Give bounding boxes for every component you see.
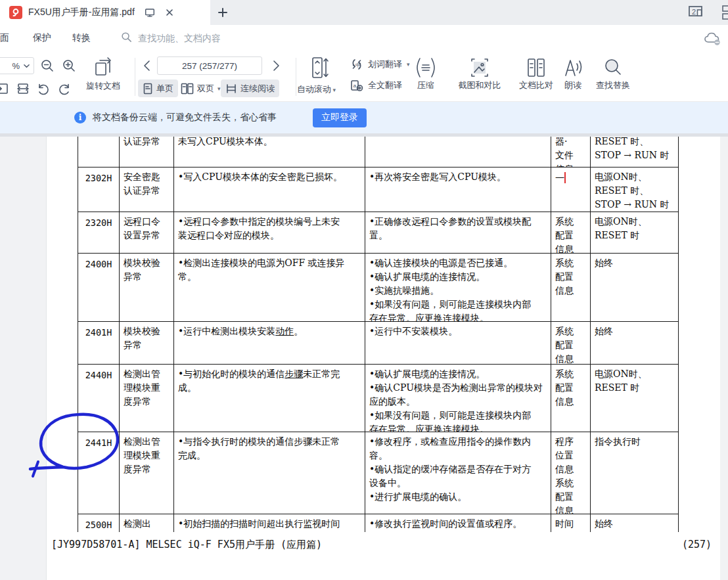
table-cell-cause: •检测出连接模块的电源为OFF 或连接异常。: [174, 254, 365, 321]
banner-message: 将文档备份云端，可避免文件丢失，省心省事: [93, 112, 277, 123]
zoom-in-button[interactable]: [61, 58, 77, 76]
table-cell-timing: 电源ON时、RESET 时、STOP → RUN 时: [591, 167, 679, 212]
find-replace-icon: [601, 56, 626, 79]
compress-button[interactable]: 压缩: [407, 56, 444, 91]
menu-convert[interactable]: 转换: [72, 32, 91, 44]
table-cell-info: 系统配置信息: [551, 365, 591, 432]
continuous-read-button[interactable]: 连续阅读: [221, 79, 279, 97]
table-cell-code: 2401H: [78, 322, 120, 364]
present-screen-icon[interactable]: [144, 7, 156, 18]
chevron-down-icon: ▾: [217, 85, 221, 92]
table-cell-info: 系统配置信息: [551, 322, 591, 364]
table-cell-name: 安全密匙认证异常: [120, 167, 174, 212]
table-cell-timing: RESET 时、STOP → RUN 时: [591, 137, 679, 167]
pdf-page: 认证异常未写入CPU模块本体。器·文件信息RESET 时、STOP → RUN …: [46, 137, 720, 580]
continuous-read-icon: [225, 83, 237, 95]
document-tab[interactable]: FX5U用户手册-应用篇.pdf: [0, 0, 210, 25]
full-translate-button[interactable]: a 全文翻译: [350, 79, 402, 92]
table-cell-cause: •远程口令参数中指定的模块编号上未安装远程口令对应的模块。: [174, 212, 365, 253]
login-now-button[interactable]: 立即登录: [313, 108, 367, 127]
tab-list-icon[interactable]: [720, 4, 728, 21]
cloud-backup-banner: i 将文档备份云端，可避免文件丢失，省心省事 立即登录: [0, 102, 728, 133]
toolbar: % 旋转文档 257 (257/277) 单页 双页 ▾: [0, 53, 728, 102]
rotate-right-icon[interactable]: [57, 82, 72, 99]
table-cell-timing: 电源ON时、RESET 时: [591, 212, 679, 253]
table-cell-action: •运行中不安装模块。: [365, 322, 551, 364]
table-cell-code: 2441H: [78, 432, 120, 514]
single-page-mode-button[interactable]: 单页: [138, 79, 178, 97]
fit-width-button[interactable]: [16, 81, 30, 99]
find-replace-button[interactable]: 查找替换: [591, 56, 635, 91]
previous-page-button[interactable]: [142, 60, 152, 74]
table-cell-code: 2500H: [78, 514, 120, 532]
cloud-offline-icon[interactable]: [703, 30, 723, 50]
double-page-icon: [181, 83, 194, 95]
error-code-table: 认证异常未写入CPU模块本体。器·文件信息RESET 时、STOP → RUN …: [78, 137, 679, 532]
table-cell-action: •确认连接模块的电源是否已接通。•确认扩展电缆的连接情况。•实施抗噪措施。•如果…: [365, 254, 551, 321]
table-cell-name: 检测出管理模块重度异常: [120, 365, 174, 432]
table-cell-name: 检测出: [120, 514, 174, 532]
table-cell-info: 器·文件信息: [551, 137, 591, 167]
table-cell-code: 2302H: [78, 167, 120, 212]
table-cell-name: 检测出管理模块重度异常: [120, 432, 174, 514]
zoom-percent-suffix: %: [12, 61, 20, 71]
menu-page[interactable]: 面: [0, 32, 9, 44]
doc-compare-icon: [524, 56, 549, 79]
page-number-input[interactable]: 257 (257/277): [157, 56, 262, 75]
zoom-level-select[interactable]: %: [0, 57, 34, 74]
window-count-icon[interactable]: 2: [687, 3, 706, 22]
menu-protect[interactable]: 保护: [33, 32, 51, 44]
double-page-mode-button[interactable]: 双页 ▾: [176, 79, 225, 97]
tab-bar: FX5U用户手册-应用篇.pdf 2: [0, 0, 728, 25]
auto-scroll-button[interactable]: 自动滚动 ▾: [297, 83, 336, 95]
table-cell-name: 模块校验异常: [120, 254, 174, 321]
info-icon: i: [74, 112, 86, 123]
global-search[interactable]: 查找功能、文档内容: [120, 31, 221, 46]
word-translate-button[interactable]: 中 划词翻译 ▾: [350, 58, 410, 71]
pdf-file-icon: [9, 6, 22, 19]
document-viewport[interactable]: 认证异常未写入CPU模块本体。器·文件信息RESET 时、STOP → RUN …: [0, 133, 728, 580]
svg-text:a: a: [353, 83, 357, 89]
table-cell-timing: 电源ON时、RESET 时: [591, 365, 679, 432]
table-cell-info: 系统配置信息: [551, 212, 591, 253]
window-count-number: 2: [692, 8, 696, 16]
table-cell-timing: 始终: [591, 514, 679, 532]
zoom-out-button[interactable]: [39, 58, 55, 76]
word-translate-icon: 中: [350, 58, 363, 71]
read-aloud-icon: [560, 56, 585, 79]
auto-scroll-icon: [309, 56, 331, 82]
table-row: 认证异常未写入CPU模块本体。器·文件信息RESET 时、STOP → RUN …: [78, 137, 679, 167]
search-placeholder: 查找功能、文档内容: [138, 33, 221, 45]
page-footer-left: [JY997D58701-A] MELSEC iQ-F FX5用户手册 (应用篇…: [51, 539, 322, 551]
table-row: 2441H检测出管理模块重度异常•与指令执行时的模块的通信步骤未正常完成。•修改…: [78, 432, 679, 514]
screenshot-compare-icon: [466, 56, 493, 79]
single-page-icon: [143, 83, 153, 95]
table-cell-code: 2320H: [78, 212, 120, 253]
table-cell-action: •修改执行监视时间的设置值或程序。: [365, 514, 551, 532]
screenshot-compare-button[interactable]: 截图和对比: [452, 56, 507, 91]
table-row: 2500H检测出•初始扫描的扫描时间超出执行监视时间•修改执行监视时间的设置值或…: [78, 514, 679, 532]
table-cell-cause: 未写入CPU模块本体。: [174, 137, 365, 167]
new-tab-button[interactable]: [214, 3, 232, 22]
next-page-button[interactable]: [271, 60, 281, 74]
rotate-document-button[interactable]: 旋转文档: [76, 55, 131, 92]
svg-text:中: 中: [355, 62, 361, 68]
table-cell-name: 远程口令设置异常: [120, 212, 174, 253]
table-cell-info: 程序位置信息系统配置信息: [551, 432, 591, 514]
table-row: 2320H远程口令设置异常•远程口令参数中指定的模块编号上未安装远程口令对应的模…: [78, 212, 679, 254]
table-cell-cause: •与初始化时的模块的通信步骤未正常完成。: [174, 365, 365, 432]
text-cursor: [564, 172, 566, 183]
rotate-left-icon[interactable]: [36, 82, 51, 99]
close-tab-icon[interactable]: [165, 8, 174, 17]
read-aloud-button[interactable]: 朗读: [555, 56, 591, 91]
rotate-document-icon: [91, 55, 116, 80]
table-row: 2400H模块校验异常•检测出连接模块的电源为OFF 或连接异常。•确认连接模块…: [78, 254, 679, 322]
table-cell-action: •确认扩展电缆的连接情况。•确认CPU模块是否为检测出异常的模块对应的版本。•如…: [365, 365, 551, 432]
search-icon: [120, 31, 133, 46]
table-cell-cause: •写入CPU模块本体的安全密匙已损坏。: [174, 167, 365, 212]
fit-page-button[interactable]: [0, 81, 10, 99]
table-cell-info: 系统配置信息: [551, 254, 591, 321]
table-cell-code: [78, 137, 120, 167]
table-cell-action: •修改程序，或检查应用指令的操作数内容。•确认指定的缓冲存储器是否存在于对方设备…: [365, 432, 551, 514]
table-row: 2401H模块校验异常•运行中检测出模块安装动作。•运行中不安装模块。系统配置信…: [78, 322, 679, 365]
